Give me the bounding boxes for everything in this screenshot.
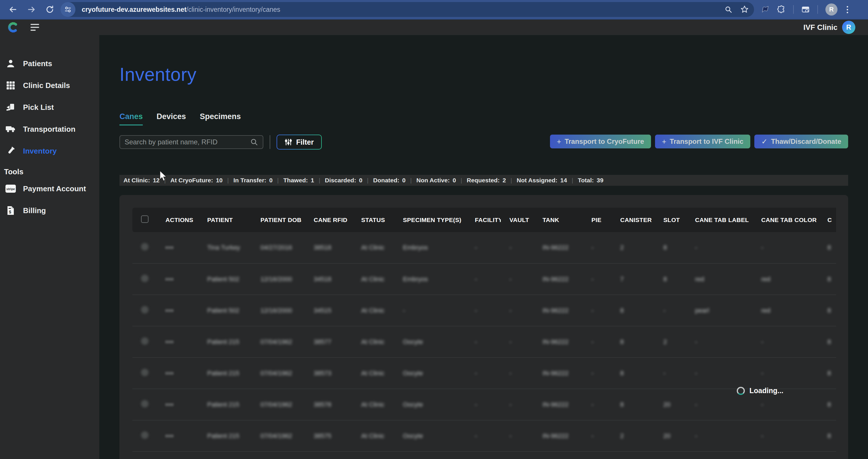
table-row[interactable]: •••Patient 21507/04/196238571At ClinicOo… [132, 452, 836, 459]
cell-value: - [475, 401, 477, 408]
plus-icon: + [662, 137, 666, 146]
table-row[interactable]: •••Patient 50212/16/200034518At ClinicEm… [132, 263, 836, 295]
row-checkbox[interactable] [141, 369, 149, 376]
row-checkbox[interactable] [141, 400, 149, 407]
cell-value: - [509, 432, 512, 439]
spinner-icon [737, 387, 745, 395]
table-row[interactable]: •••Patient 21507/04/196238578At ClinicOo… [132, 389, 836, 420]
zoom-icon[interactable] [724, 5, 733, 14]
cell-value: - [695, 401, 697, 408]
url-bar[interactable]: cryofuture-dev.azurewebsites.net/clinic-… [60, 2, 754, 17]
cell-value: 07/04/1962 [260, 401, 292, 408]
browser-chrome: cryofuture-dev.azurewebsites.net/clinic-… [0, 0, 868, 20]
row-checkbox[interactable] [141, 243, 149, 251]
site-settings-icon[interactable] [60, 2, 75, 17]
sidebar-item-payment-account[interactable]: stripe Payment Account [0, 180, 99, 197]
cell-value: 38573 [314, 369, 331, 377]
cell-value: 8 [828, 401, 831, 408]
thaw-discard-donate-button[interactable]: ✓ Thaw/Discard/Donate [754, 135, 848, 149]
cell-value: Patient 215 [207, 369, 239, 377]
cell-value: 07/04/1962 [260, 338, 292, 346]
main-content: Inventory Canes Devices Specimens Filter… [99, 35, 868, 459]
tab-specimens[interactable]: Specimens [200, 112, 241, 125]
search-input[interactable] [125, 138, 250, 146]
cell-value: Patient 215 [207, 338, 239, 346]
table-row[interactable]: •••Patient 21507/04/196238577At ClinicOo… [132, 326, 836, 358]
menu-toggle-icon[interactable] [31, 24, 39, 31]
tab-canes[interactable]: Canes [119, 112, 143, 125]
row-actions-menu[interactable]: ••• [165, 338, 174, 346]
column-header: SLOT [655, 208, 686, 232]
cell-value: 8 [828, 369, 831, 377]
stat-item: At CryoFuture:10 [170, 177, 223, 184]
sidebar-item-transportation[interactable]: Transportation [0, 121, 99, 137]
divider [270, 135, 270, 149]
cell-value: 34515 [314, 307, 331, 314]
stat-item: Requested:2 [467, 177, 506, 184]
row-actions-menu[interactable]: ••• [165, 432, 174, 439]
clinic-name: IVF Clinic [804, 23, 837, 32]
cell-value: - [761, 369, 763, 377]
extensions-puzzle-icon[interactable] [777, 5, 786, 14]
column-header: PIE [583, 208, 612, 232]
row-actions-menu[interactable]: ••• [165, 401, 174, 408]
filter-button[interactable]: Filter [277, 135, 322, 150]
cell-value: At Clinic [361, 338, 384, 346]
column-header: ACTIONS [157, 208, 198, 232]
cell-value: - [475, 432, 477, 439]
user-avatar[interactable]: R [842, 21, 855, 34]
cell-value: Oocyte [403, 338, 423, 346]
transport-to-cryofuture-button[interactable]: + Transport to CryoFuture [550, 135, 651, 149]
row-actions-menu[interactable]: ••• [165, 307, 174, 314]
table-row[interactable]: •••Tina Turkey04/27/201638518At ClinicEm… [132, 232, 836, 263]
cell-value: - [509, 307, 512, 314]
column-header: FACILITY [466, 208, 501, 232]
extension-flag-icon[interactable] [761, 5, 770, 14]
cell-value: - [509, 244, 512, 251]
cryofuture-logo[interactable] [7, 21, 20, 34]
stat-item: At Clinic:12 [123, 177, 160, 184]
row-checkbox[interactable] [141, 306, 149, 314]
screen-share-icon[interactable] [801, 5, 810, 14]
cell-value: - [591, 275, 593, 283]
sidebar-item-billing[interactable]: $ Billing [0, 202, 99, 219]
row-checkbox[interactable] [141, 275, 149, 282]
browser-reload-button[interactable] [45, 5, 54, 14]
table-row[interactable]: •••Patient 50212/16/200034515At Clinic--… [132, 295, 836, 326]
cell-value: 7 [620, 275, 624, 283]
tab-devices[interactable]: Devices [157, 112, 186, 125]
bookmark-star-icon[interactable] [740, 5, 749, 14]
sidebar-item-patients[interactable]: Patients [0, 55, 99, 72]
table-row[interactable]: •••Patient 21507/04/196238573At ClinicOo… [132, 358, 836, 389]
sidebar-item-inventory[interactable]: Inventory [0, 143, 99, 159]
cell-value: - [695, 338, 697, 346]
cell-value: 34518 [314, 275, 331, 283]
select-all-checkbox[interactable] [141, 216, 149, 223]
svg-text:$: $ [9, 210, 11, 214]
patients-icon [5, 58, 16, 69]
browser-back-button[interactable] [9, 5, 17, 14]
transport-to-ivf-clinic-button[interactable]: + Transport to IVF Clinic [655, 135, 750, 149]
browser-profile-avatar[interactable]: R [826, 3, 837, 15]
svg-text:stripe: stripe [6, 187, 15, 191]
cell-value: - [403, 307, 405, 314]
row-actions-menu[interactable]: ••• [165, 369, 174, 377]
cell-value: 8 [663, 244, 667, 251]
column-header: CANE TAB LABEL [686, 208, 753, 232]
stat-separator: | [410, 177, 411, 184]
cell-value: 2 [663, 338, 667, 346]
sidebar-item-clinic-details[interactable]: Clinic Details [0, 77, 99, 94]
transportation-icon [5, 124, 16, 135]
cell-value: 07/04/1962 [260, 432, 292, 439]
browser-forward-button[interactable] [27, 5, 36, 14]
cell-value: Tina Turkey [207, 244, 240, 251]
loading-indicator: Loading... [737, 387, 783, 395]
row-actions-menu[interactable]: ••• [165, 275, 174, 283]
table-row[interactable]: •••Patient 21507/04/196238575At ClinicOo… [132, 420, 836, 452]
row-checkbox[interactable] [141, 337, 149, 345]
sidebar-item-pick-list[interactable]: Pick List [0, 99, 99, 116]
row-actions-menu[interactable]: ••• [165, 244, 174, 251]
row-checkbox[interactable] [141, 431, 149, 439]
browser-menu-icon[interactable] [845, 5, 850, 14]
cell-value: 12/16/2000 [260, 275, 292, 283]
